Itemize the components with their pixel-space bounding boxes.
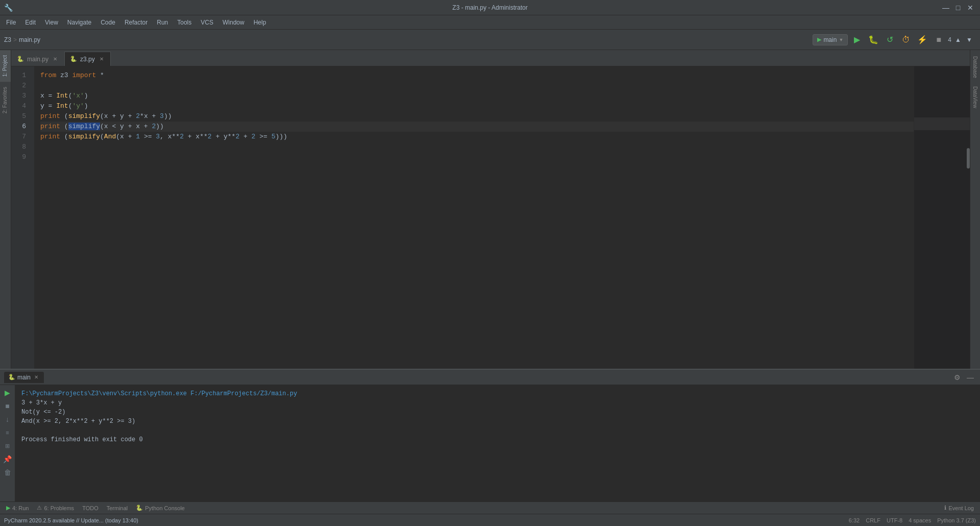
output-line-1: 3 + 3*x + y [21,398,974,408]
line-num-6: 6 [11,122,30,132]
menu-run[interactable]: Run [153,17,172,28]
menu-tools[interactable]: Tools [173,17,195,28]
run-output[interactable]: F:\PycharmProjects\Z3\venv\Scripts\pytho… [15,385,980,501]
search-count: 4 [948,36,951,43]
output-line-3: And(x >= 2, 2*x**2 + y**2 >= 3) [21,417,974,426]
run-wrap-button[interactable]: ≡ [2,427,13,438]
line-numbers: 1 2 3 4 5 6 7 8 9 [11,66,34,369]
run-scroll-down-button[interactable]: ↓ [2,414,13,425]
stop-button[interactable]: ■ [932,33,946,47]
event-log-toolbar-tab[interactable]: ℹ Event Log [940,504,978,512]
minimap-scrollbar[interactable] [967,148,970,169]
window-title: Z3 - main.py - Administrator [452,4,527,11]
build-button[interactable]: ⚡ [915,33,929,47]
run-config-label: main [823,36,837,43]
problems-toolbar-label: 6: Problems [44,505,74,511]
code-line-8 [40,142,914,152]
app-logo: 🔧 [4,4,13,12]
code-editor[interactable]: 1 2 3 4 5 6 7 8 9 from z3 import * x = I… [11,66,970,369]
tab-label-main: main.py [27,56,48,63]
database-panel-tab[interactable]: Database [971,52,979,82]
line-num-1: 1 [11,70,30,81]
code-content[interactable]: from z3 import * x = Int('x') y = Int('y… [34,66,914,369]
terminal-toolbar-tab[interactable]: Terminal [103,504,132,512]
code-line-3: x = Int('x') [40,91,914,101]
tab-main-py[interactable]: 🐍 main.py ✕ [11,52,64,66]
dataview-panel-tab[interactable]: DataView [971,82,979,112]
line-num-9: 9 [11,152,30,162]
event-log-label: Event Log [948,505,974,511]
tab-z3-py[interactable]: 🐍 z3.py ✕ [64,52,111,66]
run-button[interactable]: ▶ [850,33,864,47]
tab-close-main[interactable]: ✕ [52,56,59,63]
code-line-1: from z3 import * [40,70,914,81]
debug-button[interactable]: 🐛 [866,33,880,47]
minimap [914,66,970,369]
run-tab-close[interactable]: ✕ [33,374,40,381]
menu-file[interactable]: File [2,17,20,28]
menu-vcs[interactable]: VCS [197,17,217,28]
menu-view[interactable]: View [41,17,62,28]
python-version-indicator[interactable]: Python 3.7 (Z3) [937,517,976,523]
terminal-toolbar-label: Terminal [107,505,128,511]
bottom-panel: 🐍 main ✕ ⚙ — ▶ ■ ↓ ≡ ⊞ 📌 🗑 F:\PycharmPro… [0,369,980,501]
todo-toolbar-tab[interactable]: TODO [78,504,103,512]
search-prev-button[interactable]: ▲ [953,35,963,44]
toolbar: Z3 > main.py ▶ main ▼ ▶ 🐛 ↺ ⏱ ⚡ ■ 4 ▲ ▼ [0,30,980,50]
run-play-button[interactable]: ▶ [2,387,13,398]
run-pin-button[interactable]: 📌 [2,453,13,465]
menu-edit[interactable]: Edit [21,17,40,28]
run-layout-button[interactable]: ⊞ [2,440,13,451]
run-config-button[interactable]: ▶ main ▼ [813,34,848,45]
run-stop-button[interactable]: ■ [2,400,13,412]
update-message[interactable]: PyCharm 2020.2.5 available // Update... … [4,517,138,523]
menu-help[interactable]: Help [250,17,271,28]
output-line-2: Not(y <= -2) [21,408,974,417]
status-right: 6:32 CRLF UTF-8 4 spaces Python 3.7 (Z3) [849,517,976,523]
todo-toolbar-label: TODO [82,505,99,511]
menu-navigate[interactable]: Navigate [63,17,95,28]
python-console-label: Python Console [145,505,185,511]
bottom-minimize-button[interactable]: — [965,372,976,383]
run-sidebar: ▶ ■ ↓ ≡ ⊞ 📌 🗑 [0,385,15,501]
bottom-tabs: 🐍 main ✕ ⚙ — [0,370,980,385]
maximize-button[interactable]: □ [952,2,964,13]
bottom-toolbar: ▶ 4: Run ⚠ 6: Problems TODO Terminal 🐍 P… [0,501,980,514]
favorites-panel-tab[interactable]: 2: Favorites [0,82,11,118]
line-ending-indicator[interactable]: CRLF [866,517,880,523]
output-line-4 [21,426,974,435]
run-toolbar-label: 4: Run [12,505,29,511]
breadcrumb-sep1: > [13,36,17,43]
close-button[interactable]: ✕ [965,2,976,13]
run-config-icon: ▶ [817,36,821,43]
menu-bar: File Edit View Navigate Code Refactor Ru… [0,15,980,30]
window-title-text: Z3 - main.py - Administrator [452,4,527,11]
run-clear-button[interactable]: 🗑 [2,467,13,478]
menu-code[interactable]: Code [96,17,119,28]
code-line-7: print (simplify(And(x + 1 >= 3, x**2 + x… [40,132,914,142]
left-panel: 1: Project 2: Favorites [0,50,11,369]
bottom-settings-button[interactable]: ⚙ [951,372,963,383]
charset-indicator[interactable]: UTF-8 [887,517,902,523]
line-num-8: 8 [11,142,30,152]
line-col-indicator[interactable]: 6:32 [849,517,860,523]
run-with-coverage-button[interactable]: ↺ [883,33,897,47]
minimize-button[interactable]: — [940,2,951,13]
code-line-5: print (simplify(x + y + 2*x + 3)) [40,111,914,122]
search-next-button[interactable]: ▼ [965,35,974,44]
status-bar: PyCharm 2020.2.5 available // Update... … [0,514,980,526]
menu-window[interactable]: Window [218,17,249,28]
run-tab[interactable]: 🐍 main ✕ [4,372,44,383]
profile-button[interactable]: ⏱ [899,33,913,47]
problems-toolbar-tab[interactable]: ⚠ 6: Problems [33,504,78,512]
run-toolbar-tab[interactable]: ▶ 4: Run [2,504,33,512]
run-tab-icon: 🐍 [8,374,15,380]
output-exit-message: Process finished with exit code 0 [21,435,974,444]
menu-refactor[interactable]: Refactor [120,17,152,28]
python-console-toolbar-tab[interactable]: 🐍 Python Console [132,504,189,512]
tab-close-z3[interactable]: ✕ [98,56,105,63]
project-panel-tab[interactable]: 1: Project [0,50,11,82]
output-command: F:\PycharmProjects\Z3\venv\Scripts\pytho… [21,389,974,398]
run-toolbar-icon: ▶ [6,505,10,511]
indent-indicator[interactable]: 4 spaces [909,517,931,523]
